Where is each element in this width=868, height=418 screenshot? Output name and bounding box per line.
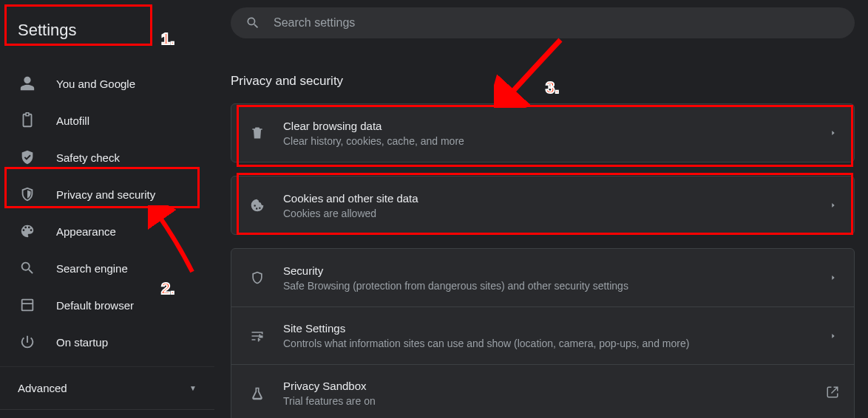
sidebar-item-default-browser[interactable]: Default browser [0,287,214,323]
row-clear-browsing-data[interactable]: Clear browsing data Clear history, cooki… [231,104,854,162]
chevron-right-icon [827,199,839,211]
row-subtitle: Trial features are on [283,395,826,407]
shield-icon [19,186,35,202]
shield-check-icon [19,149,35,165]
chevron-down-icon: ▼ [189,384,197,392]
sidebar-item-privacy-security[interactable]: Privacy and security [0,176,214,213]
annotation-number-1: 1. [161,30,174,49]
sidebar-item-label: Autofill [56,114,89,127]
row-subtitle: Clear history, cookies, cache, and more [283,135,827,147]
search-input[interactable] [274,16,840,30]
sidebar-item-you-and-google[interactable]: You and Google [0,65,214,102]
palette-icon [19,223,35,239]
person-icon [19,75,35,92]
browser-icon [19,297,35,313]
row-subtitle: Cookies are allowed [283,208,827,219]
advanced-label: Advanced [18,382,67,394]
sliders-icon [249,328,265,344]
row-title: Privacy Sandbox [283,380,826,392]
row-subtitle: Safe Browsing (protection from dangerous… [283,280,827,292]
row-subtitle: Controls what information sites can use … [283,338,827,349]
trash-icon [249,125,265,141]
flask-icon [249,386,265,402]
cookie-icon [249,197,265,213]
sidebar-item-label: Appearance [56,225,116,238]
advanced-toggle[interactable]: Advanced ▼ [0,366,214,403]
annotation-number-3: 3. [546,78,559,97]
clipboard-icon [19,112,35,129]
sidebar: Settings You and Google Autofill Safety … [0,0,214,418]
chevron-right-icon [827,330,839,342]
search-icon [245,16,260,30]
row-site-settings[interactable]: Site Settings Controls what information … [231,306,854,364]
search-bar[interactable] [231,7,855,38]
row-privacy-sandbox[interactable]: Privacy Sandbox Trial features are on [231,364,854,418]
row-cookies[interactable]: Cookies and other site data Cookies are … [231,177,854,234]
sidebar-item-safety-check[interactable]: Safety check [0,139,214,176]
row-title: Site Settings [283,322,827,335]
sidebar-item-label: On startup [56,336,108,349]
chevron-right-icon [827,272,839,284]
shield-icon [249,270,265,286]
sidebar-item-label: Privacy and security [56,188,155,201]
main: Privacy and security Clear browsing data… [214,0,868,418]
power-icon [19,334,35,350]
row-title: Security [283,264,827,277]
sidebar-item-autofill[interactable]: Autofill [0,102,214,139]
sidebar-item-label: You and Google [56,78,135,90]
row-title: Cookies and other site data [283,192,827,205]
sidebar-item-label: Search engine [56,262,128,275]
open-external-icon [826,386,839,402]
sidebar-item-on-startup[interactable]: On startup [0,323,214,360]
row-title: Clear browsing data [283,120,827,132]
sidebar-item-appearance[interactable]: Appearance [0,213,214,250]
sidebar-item-label: Safety check [56,151,120,164]
page-title: Settings [0,10,214,53]
row-security[interactable]: Security Safe Browsing (protection from … [231,249,854,306]
search-icon [19,260,35,276]
sidebar-item-search-engine[interactable]: Search engine [0,250,214,287]
annotation-number-2: 2. [161,279,174,298]
sidebar-item-label: Default browser [56,299,134,312]
chevron-right-icon [827,127,839,139]
section-title: Privacy and security [231,74,855,89]
